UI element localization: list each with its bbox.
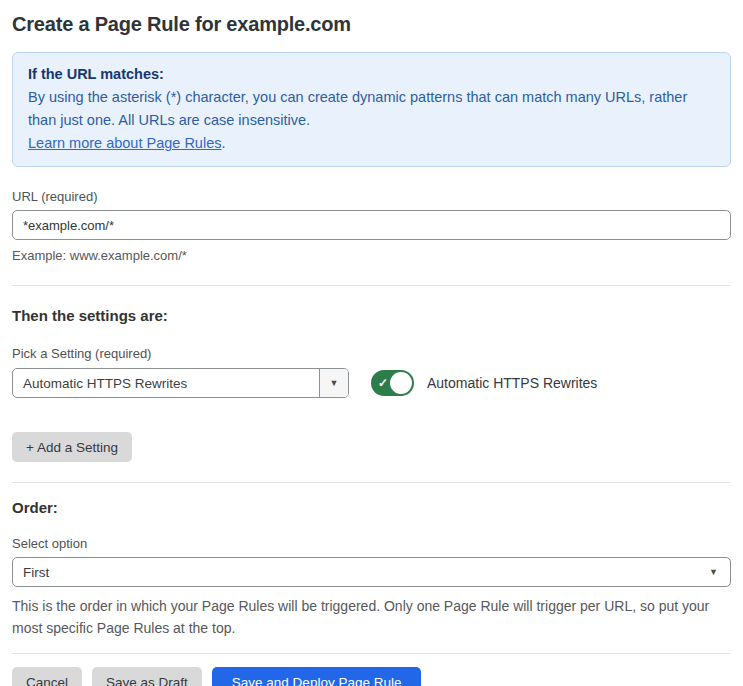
add-setting-button[interactable]: + Add a Setting (12, 432, 132, 462)
order-section-heading: Order: (12, 499, 731, 516)
url-example-helper: Example: www.example.com/* (12, 248, 731, 263)
order-select-label: Select option (12, 536, 731, 551)
setting-picker-value: Automatic HTTPS Rewrites (13, 369, 319, 397)
order-select-value: First (23, 565, 49, 580)
learn-more-link[interactable]: Learn more about Page Rules (28, 135, 221, 151)
url-matches-info-box: If the URL matches: By using the asteris… (12, 52, 731, 167)
toggle-knob (390, 372, 412, 394)
save-and-deploy-button[interactable]: Save and Deploy Page Rule (212, 667, 422, 686)
chevron-down-icon: ▼ (709, 567, 718, 577)
check-icon: ✓ (378, 377, 388, 389)
page-title: Create a Page Rule for example.com (12, 13, 731, 36)
order-select[interactable]: First ▼ (12, 557, 731, 587)
order-helper-text: This is the order in which your Page Rul… (12, 595, 731, 639)
pick-setting-label: Pick a Setting (required) (12, 346, 731, 361)
divider (12, 285, 731, 286)
footer-actions: Cancel Save as Draft Save and Deploy Pag… (12, 667, 731, 686)
setting-toggle[interactable]: ✓ (371, 370, 414, 396)
url-input[interactable] (12, 210, 731, 240)
info-box-heading: If the URL matches: (28, 63, 715, 86)
info-box-body: By using the asterisk (*) character, you… (28, 86, 715, 132)
setting-picker-arrow-button[interactable]: ▼ (319, 369, 348, 397)
chevron-down-icon: ▼ (330, 378, 339, 388)
save-as-draft-button[interactable]: Save as Draft (92, 667, 202, 686)
setting-picker-dropdown[interactable]: Automatic HTTPS Rewrites ▼ (12, 368, 349, 398)
info-box-link-line: Learn more about Page Rules. (28, 132, 715, 155)
setting-toggle-label: Automatic HTTPS Rewrites (427, 375, 597, 391)
cancel-button[interactable]: Cancel (12, 667, 82, 686)
url-field-label: URL (required) (12, 189, 731, 204)
setting-row: Automatic HTTPS Rewrites ▼ ✓ Automatic H… (12, 368, 731, 398)
page-rule-form: Create a Page Rule for example.com If th… (0, 13, 743, 686)
link-period: . (221, 135, 225, 151)
settings-section-heading: Then the settings are: (12, 307, 731, 324)
divider (12, 653, 731, 654)
divider (12, 482, 731, 483)
